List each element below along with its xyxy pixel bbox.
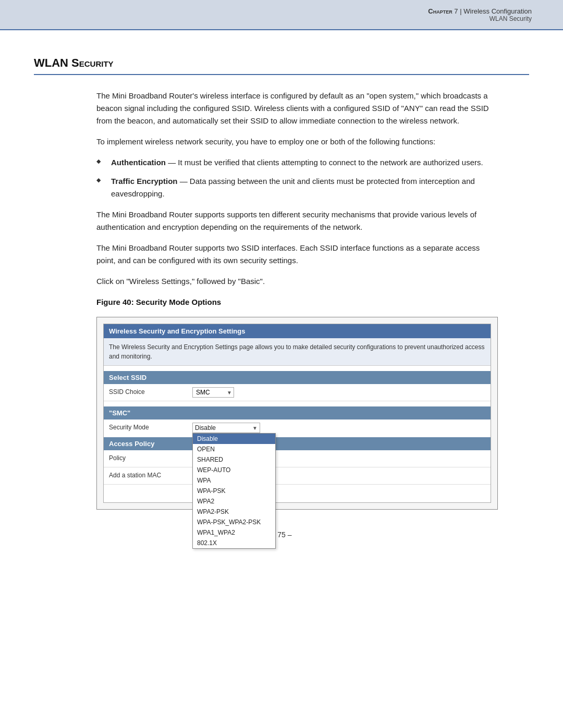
ssid-select-wrapper[interactable]: SMC ▼: [192, 387, 234, 398]
bullet-item-authentication: Authentication — It must be verified tha…: [96, 156, 498, 169]
access-policy-header: Access Policy: [104, 437, 491, 450]
security-mode-dropdown-area[interactable]: Disable ▼ Disable OPEN SHARED WEP-AUTO W…: [192, 423, 260, 433]
add-station-mac-row: Add a station MAC: [104, 467, 491, 485]
bullet-auth-rest: — It must be verified that clients attem…: [166, 158, 483, 167]
bullet-enc-bold: Traffic Encryption: [111, 177, 178, 186]
bullet-auth-bold: Authentication: [111, 158, 166, 167]
figure-caption-text: Figure 40: Security Mode Options: [96, 298, 221, 306]
dropdown-item-disable[interactable]: Disable: [193, 434, 275, 444]
header-bar: Chapter 7 | Wireless Configuration WLAN …: [0, 0, 563, 30]
main-text: The Mini Broadband Router's wireless int…: [96, 90, 498, 510]
ssid-choice-label: SSID Choice: [109, 387, 192, 396]
bullet-list: Authentication — It must be verified tha…: [96, 156, 498, 200]
header-chapter: Chapter 7 | Wireless Configuration WLAN …: [428, 7, 532, 22]
ws-panel: Wireless Security and Encryption Setting…: [103, 324, 491, 503]
security-mode-field[interactable]: Disable ▼: [192, 423, 260, 433]
chapter-title: Wireless Configuration: [463, 7, 532, 15]
ssid-choice-value: SMC ▼: [192, 387, 485, 398]
ws-panel-desc: The Wireless Security and Encryption Set…: [104, 338, 491, 366]
dropdown-item-wpa[interactable]: WPA: [193, 475, 275, 486]
dropdown-item-open[interactable]: OPEN: [193, 444, 275, 454]
ssid-choice-row: SSID Choice SMC ▼: [104, 384, 491, 401]
dropdown-item-wpa2[interactable]: WPA2: [193, 496, 275, 507]
page-number: – 75 –: [34, 530, 529, 539]
header-separator: |: [460, 7, 461, 15]
bullet-item-traffic-encryption: Traffic Encryption — Data passing betwee…: [96, 175, 498, 200]
dropdown-item-wpa2-psk[interactable]: WPA2-PSK: [193, 507, 275, 517]
dropdown-item-8021x[interactable]: 802.1X: [193, 538, 275, 548]
dropdown-item-wpa1-wpa2[interactable]: WPA1_WPA2: [193, 527, 275, 538]
paragraph-1: The Mini Broadband Router's wireless int…: [96, 90, 498, 127]
add-station-mac-label: Add a station MAC: [109, 471, 192, 479]
smc-header: "SMC": [104, 406, 491, 419]
screenshot-box: Wireless Security and Encryption Setting…: [96, 317, 498, 510]
ws-panel-header: Wireless Security and Encryption Setting…: [104, 324, 491, 338]
header-sub-title: WLAN Security: [428, 15, 532, 22]
chapter-label: Chapter: [428, 7, 452, 15]
dropdown-item-wpa-psk[interactable]: WPA-PSK: [193, 486, 275, 496]
figure-caption: Figure 40: Security Mode Options: [96, 296, 498, 309]
paragraph-4: The Mini Broadband Router supports two S…: [96, 242, 498, 267]
security-mode-dropdown[interactable]: Disable OPEN SHARED WEP-AUTO WPA WPA-PSK…: [192, 433, 276, 549]
paragraph-3: The Mini Broadband Router supports suppo…: [96, 208, 498, 233]
dropdown-item-shared[interactable]: SHARED: [193, 454, 275, 465]
page-content: WLAN Security The Mini Broadband Router'…: [0, 30, 563, 570]
dropdown-item-wpa-psk-wpa2-psk[interactable]: WPA-PSK_WPA2-PSK: [193, 517, 275, 527]
select-ssid-header: Select SSID: [104, 371, 491, 384]
dropdown-item-wep-auto[interactable]: WEP-AUTO: [193, 465, 275, 475]
paragraph-2: To implement wireless network security, …: [96, 135, 498, 148]
policy-row: Policy: [104, 450, 491, 467]
chapter-number: 7: [454, 7, 458, 15]
security-mode-row: Security Mode Disable ▼ Disable OPEN SHA…: [104, 419, 491, 436]
paragraph-5: Click on "Wireless Settings," followed b…: [96, 275, 498, 288]
policy-label: Policy: [109, 453, 192, 462]
apply-row: Apply: [104, 485, 491, 502]
section-title: WLAN Security: [34, 56, 529, 75]
security-mode-label: Security Mode: [109, 423, 192, 431]
security-mode-field-text: Disable: [195, 424, 250, 431]
security-mode-field-arrow-icon: ▼: [252, 425, 258, 431]
ssid-select[interactable]: SMC: [192, 387, 234, 398]
